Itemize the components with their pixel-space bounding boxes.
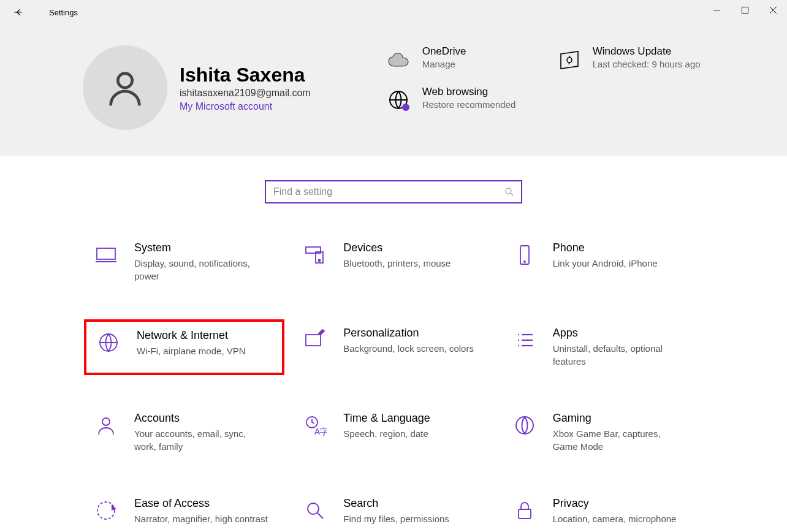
svg-rect-17	[306, 335, 321, 346]
accounts-title: Accounts	[134, 412, 269, 425]
category-grid: SystemDisplay, sound, notifications, pow…	[84, 234, 703, 532]
apps-title: Apps	[553, 327, 688, 340]
category-network-internet[interactable]: Network & InternetWi-Fi, airplane mode, …	[84, 319, 284, 375]
apps-icon	[511, 327, 538, 354]
svg-point-27	[516, 417, 533, 434]
phone-title: Phone	[553, 241, 658, 254]
onedrive-tile[interactable]: OneDrive Manage	[384, 45, 544, 75]
globe-icon	[95, 329, 122, 356]
arrow-left-icon	[13, 7, 24, 18]
user-email: ishitasaxena2109@gmail.com	[180, 88, 311, 99]
category-personalization[interactable]: PersonalizationBackground, lock screen, …	[293, 319, 493, 375]
svg-line-30	[317, 513, 323, 519]
category-apps[interactable]: AppsUninstall, defaults, optional featur…	[503, 319, 703, 375]
web-browsing-sub: Restore recommended	[422, 98, 516, 111]
category-ease-of-access[interactable]: Ease of AccessNarrator, magnifier, high …	[84, 490, 284, 532]
phone-icon	[511, 241, 538, 268]
category-privacy[interactable]: PrivacyLocation, camera, microphone	[503, 490, 703, 532]
maximize-icon	[742, 7, 748, 13]
ease-title: Ease of Access	[134, 497, 268, 510]
window-controls	[702, 0, 787, 20]
cloud-icon	[384, 45, 414, 75]
web-browsing-tile[interactable]: Web browsing Restore recommended	[384, 86, 544, 115]
windows-update-sub: Last checked: 9 hours ago	[593, 58, 701, 70]
svg-line-8	[511, 193, 513, 196]
svg-text:A字: A字	[314, 427, 327, 436]
globe-badged-icon	[384, 86, 414, 115]
category-gaming[interactable]: GamingXbox Game Bar, captures, Game Mode	[503, 405, 703, 460]
devices-title: Devices	[343, 241, 451, 254]
accounts-sub: Your accounts, email, sync, work, family	[134, 427, 269, 453]
person-icon	[104, 66, 146, 109]
privacy-title: Privacy	[553, 497, 677, 510]
minimize-button[interactable]	[702, 0, 731, 20]
svg-point-29	[308, 503, 319, 514]
system-icon	[93, 241, 120, 268]
gaming-icon	[511, 412, 538, 439]
windows-update-tile[interactable]: Windows Update Last checked: 9 hours ago	[555, 45, 714, 75]
gaming-sub: Xbox Game Bar, captures, Game Mode	[553, 427, 688, 453]
accounts-icon	[93, 412, 120, 439]
personalization-icon	[302, 327, 329, 354]
update-icon	[555, 45, 584, 75]
devices-sub: Bluetooth, printers, mouse	[343, 257, 451, 270]
svg-rect-31	[519, 509, 531, 519]
user-profile: Ishita Saxena ishitasaxena2109@gmail.com…	[83, 45, 311, 130]
avatar[interactable]	[83, 45, 167, 130]
window-title: Settings	[49, 8, 78, 17]
svg-point-13	[319, 260, 321, 262]
ease-icon	[93, 497, 120, 524]
svg-rect-1	[742, 7, 748, 13]
onedrive-title: OneDrive	[422, 45, 466, 58]
svg-point-24	[102, 418, 110, 425]
onedrive-sub: Manage	[422, 58, 466, 70]
search-input[interactable]	[273, 186, 514, 197]
search-box[interactable]	[265, 180, 522, 203]
searchcat-title: Search	[343, 497, 449, 510]
lock-icon	[511, 497, 538, 524]
svg-point-7	[506, 188, 511, 194]
personalization-sub: Background, lock screen, colors	[343, 342, 474, 355]
hero-section: Ishita Saxena ishitasaxena2109@gmail.com…	[0, 25, 787, 156]
titlebar: Settings	[0, 0, 787, 25]
time-language-icon: A字	[302, 412, 329, 439]
network-sub: Wi-Fi, airplane mode, VPN	[137, 344, 246, 357]
close-icon	[770, 7, 777, 13]
category-phone[interactable]: PhoneLink your Android, iPhone	[503, 234, 703, 290]
category-devices[interactable]: DevicesBluetooth, printers, mouse	[293, 234, 493, 290]
personalization-title: Personalization	[343, 327, 474, 340]
time-title: Time & Language	[343, 412, 430, 425]
category-time-language[interactable]: A字 Time & LanguageSpeech, region, date	[293, 405, 493, 460]
search-wrap	[0, 180, 787, 203]
info-tiles: OneDrive Manage Windows Update Last chec…	[384, 45, 728, 115]
apps-sub: Uninstall, defaults, optional features	[553, 342, 688, 368]
category-system[interactable]: SystemDisplay, sound, notifications, pow…	[84, 234, 284, 290]
gaming-title: Gaming	[553, 412, 688, 425]
svg-point-6	[402, 104, 409, 111]
search-category-icon	[302, 497, 329, 524]
user-display-name: Ishita Saxena	[180, 64, 311, 86]
searchcat-sub: Find my files, permissions	[343, 512, 449, 525]
back-button[interactable]	[6, 0, 31, 25]
svg-rect-9	[97, 248, 115, 259]
phone-sub: Link your Android, iPhone	[553, 257, 658, 270]
time-sub: Speech, region, date	[343, 427, 430, 440]
maximize-button[interactable]	[731, 0, 759, 20]
system-sub: Display, sound, notifications, power	[134, 257, 269, 283]
network-title: Network & Internet	[137, 329, 246, 342]
profile-text: Ishita Saxena ishitasaxena2109@gmail.com…	[180, 64, 311, 112]
microsoft-account-link[interactable]: My Microsoft account	[180, 101, 311, 112]
minimize-icon	[713, 7, 720, 13]
windows-update-title: Windows Update	[593, 45, 701, 58]
category-search[interactable]: SearchFind my files, permissions	[293, 490, 493, 532]
privacy-sub: Location, camera, microphone	[553, 512, 677, 525]
close-button[interactable]	[759, 0, 787, 20]
system-title: System	[134, 241, 269, 254]
svg-point-28	[97, 502, 115, 519]
svg-point-15	[524, 261, 525, 262]
web-browsing-title: Web browsing	[422, 86, 516, 98]
category-accounts[interactable]: AccountsYour accounts, email, sync, work…	[84, 405, 284, 460]
svg-point-4	[118, 74, 132, 88]
search-icon	[504, 186, 515, 197]
devices-icon	[302, 241, 329, 268]
